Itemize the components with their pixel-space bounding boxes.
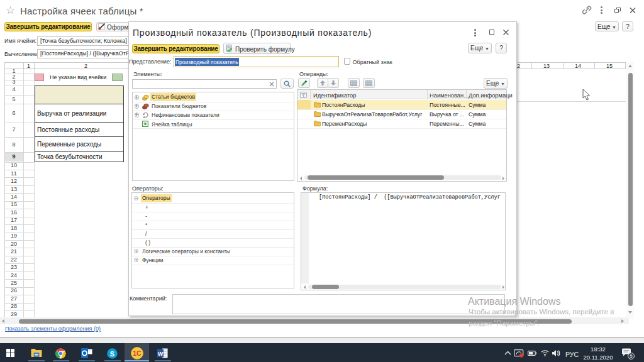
svg-text:1С: 1С	[133, 349, 142, 357]
svg-text:S: S	[110, 350, 114, 358]
svg-text:W: W	[158, 351, 164, 357]
